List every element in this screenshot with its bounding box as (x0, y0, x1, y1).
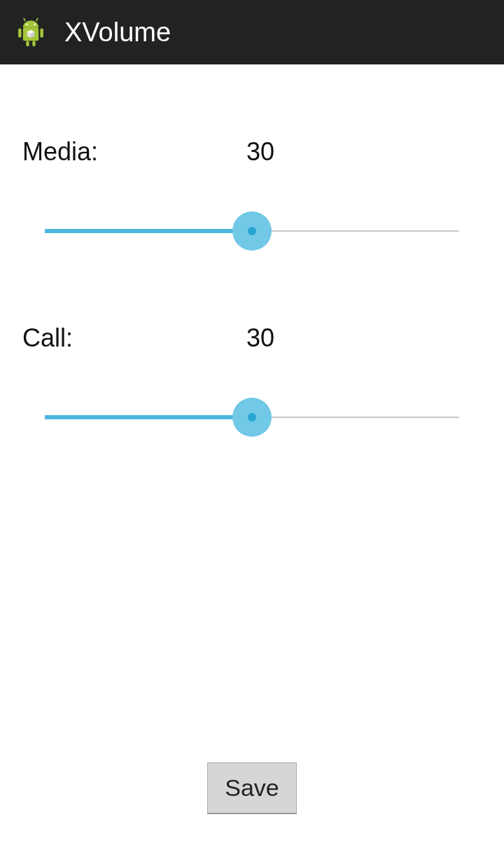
slider-thumb[interactable] (232, 211, 272, 251)
call-value: 30 (246, 323, 274, 353)
call-block: Call: 30 (22, 323, 482, 437)
svg-rect-4 (32, 41, 35, 46)
content-area: Media: 30 Call: 30 Save (0, 64, 504, 859)
slider-thumb-dot (248, 227, 256, 235)
call-slider[interactable] (22, 398, 482, 437)
svg-rect-2 (40, 28, 43, 37)
svg-point-11 (34, 23, 36, 25)
media-row: Media: 30 (22, 137, 482, 167)
save-area: Save (0, 762, 504, 814)
media-label: Media: (22, 137, 246, 167)
call-label: Call: (22, 323, 246, 353)
svg-rect-3 (26, 41, 29, 46)
svg-line-5 (24, 18, 25, 21)
save-button[interactable]: Save (207, 762, 297, 814)
app-title: XVolume (64, 18, 171, 48)
svg-rect-1 (18, 28, 21, 37)
media-slider[interactable] (22, 211, 482, 251)
media-value: 30 (246, 137, 274, 167)
slider-fill (45, 415, 252, 419)
slider-thumb[interactable] (232, 398, 272, 437)
svg-point-10 (26, 23, 28, 25)
call-row: Call: 30 (22, 323, 482, 353)
app-icon (11, 13, 50, 52)
media-block: Media: 30 (22, 137, 482, 251)
action-bar: XVolume (0, 0, 504, 64)
slider-thumb-dot (248, 413, 256, 421)
slider-fill (45, 229, 252, 233)
svg-line-6 (36, 18, 38, 21)
